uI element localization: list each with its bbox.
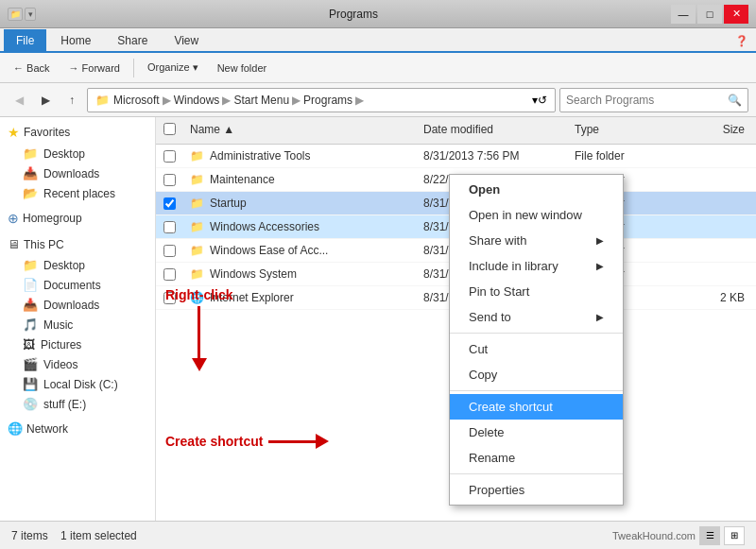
file-row-admin-tools[interactable]: 📁Administrative Tools 8/31/2013 7:56 PM …	[156, 145, 756, 168]
ctx-delete[interactable]: Delete	[450, 420, 623, 445]
folder-icon: 🎵	[23, 317, 38, 332]
sidebar-item-pc-desktop[interactable]: 📁 Desktop	[0, 255, 155, 275]
ctx-rename[interactable]: Rename	[450, 445, 623, 471]
tab-file[interactable]: File	[4, 29, 46, 51]
status-right: TweakHound.com ☰ ⊞	[612, 526, 745, 545]
ctx-include-library[interactable]: Include in library ▶	[450, 253, 623, 279]
ctx-share-with[interactable]: Share with ▶	[450, 228, 623, 253]
address-icon: 📁	[95, 94, 110, 107]
ctx-cut[interactable]: Cut	[450, 336, 623, 362]
header-size[interactable]: Size	[680, 121, 756, 140]
header-type[interactable]: Type	[567, 121, 680, 140]
row-date-1: 8/31/2013 7:56 PM	[416, 147, 567, 164]
tb-icon-2[interactable]: ▾	[25, 8, 36, 21]
address-crumb-startmenu: Start Menu	[233, 94, 289, 107]
sidebar-item-pictures[interactable]: 🖼 Pictures	[0, 335, 155, 354]
row-name-5: 📁Windows Ease of Acc...	[182, 242, 416, 259]
folder-icon: 📁	[23, 146, 38, 161]
row-size-6	[680, 272, 756, 276]
status-items: 7 items 1 item selected	[11, 529, 137, 542]
address-crumb-microsoft: Microsoft	[113, 94, 160, 107]
sidebar-header-favorites[interactable]: ★ Favorites	[0, 121, 155, 144]
sidebar-item-music[interactable]: 🎵 Music	[0, 315, 155, 335]
monitor-icon: 🖥	[8, 237, 20, 251]
arrow-icon: ▶	[596, 261, 604, 271]
sidebar-item-videos[interactable]: 🎬 Videos	[0, 354, 155, 374]
header-name[interactable]: Name ▲	[182, 121, 416, 140]
sidebar-thispc-label: This PC	[24, 238, 64, 251]
header-date[interactable]: Date modified	[416, 121, 567, 140]
sidebar-item-stuff[interactable]: 💿 stuff (E:)	[0, 394, 155, 414]
row-check-4	[156, 221, 182, 233]
row-size-4	[680, 225, 756, 229]
folder-icon: 📁	[23, 258, 38, 272]
forward-button[interactable]: → Forward	[63, 60, 126, 77]
quick-access-icon: 📁	[8, 8, 23, 21]
file-header: Name ▲ Date modified Type Size	[156, 117, 756, 145]
sidebar-pc-desktop-label: Desktop	[43, 259, 85, 272]
sidebar-recent-label: Recent places	[43, 187, 115, 200]
arrow-icon: ▶	[596, 312, 604, 322]
ctx-create-shortcut[interactable]: Create shortcut	[450, 394, 623, 420]
address-refresh-button[interactable]: ↺	[538, 94, 547, 107]
search-bar: 🔍	[559, 88, 748, 112]
nav-back-button[interactable]: ◀	[8, 89, 30, 112]
ctx-open-new-window[interactable]: Open in new window	[450, 202, 623, 228]
row-check-3	[156, 197, 182, 210]
address-crumb-programs: Programs	[303, 94, 352, 107]
sidebar-header-network[interactable]: 🌐 Network	[0, 418, 155, 439]
title-bar: 📁 ▾ Programs — □ ✕	[0, 0, 756, 28]
tab-view[interactable]: View	[162, 29, 211, 51]
sidebar-music-label: Music	[43, 318, 73, 332]
header-check	[156, 121, 182, 140]
ctx-properties[interactable]: Properties	[450, 477, 623, 503]
sidebar-header-homegroup[interactable]: ⊕ Homegroup	[0, 207, 155, 230]
maximize-button[interactable]: □	[697, 5, 722, 24]
sidebar: ★ Favorites 📁 Desktop 📥 Downloads 📂 Rece…	[0, 117, 156, 521]
help-icon[interactable]: ❓	[728, 31, 756, 51]
organize-button[interactable]: Organize ▾	[142, 59, 204, 77]
back-button[interactable]: ← Back	[8, 60, 56, 77]
attribution: TweakHound.com	[612, 530, 696, 541]
arrow-down-line	[198, 306, 200, 358]
homegroup-icon: ⊕	[8, 211, 19, 226]
file-list: Name ▲ Date modified Type Size 📁Administ…	[156, 117, 756, 521]
new-folder-button[interactable]: New folder	[212, 60, 273, 77]
status-bar: 7 items 1 item selected TweakHound.com ☰…	[0, 521, 756, 549]
folder-icon: 🖼	[23, 337, 35, 352]
tab-share[interactable]: Share	[105, 29, 160, 51]
search-input[interactable]	[566, 94, 728, 107]
sidebar-item-local-disk[interactable]: 💾 Local Disk (C:)	[0, 374, 155, 394]
tab-home[interactable]: Home	[48, 29, 103, 51]
sidebar-item-downloads[interactable]: 📥 Downloads	[0, 163, 155, 183]
ctx-send-to[interactable]: Send to ▶	[450, 304, 623, 330]
sidebar-desktop-label: Desktop	[43, 147, 85, 161]
nav-up-button[interactable]: ↑	[60, 89, 83, 112]
sidebar-downloads-label: Downloads	[43, 167, 99, 180]
sidebar-item-desktop[interactable]: 📁 Desktop	[0, 144, 155, 163]
ctx-copy[interactable]: Copy	[450, 362, 623, 387]
ctx-open[interactable]: Open	[450, 177, 623, 202]
view-list-button[interactable]: ☰	[699, 526, 720, 545]
view-grid-button[interactable]: ⊞	[724, 526, 745, 545]
sidebar-item-pc-downloads[interactable]: 📥 Downloads	[0, 295, 155, 315]
sep3: ▶	[292, 94, 301, 107]
minimize-button[interactable]: —	[671, 5, 696, 24]
folder-icon: 📁	[190, 267, 204, 281]
nav-forward-button[interactable]: ▶	[34, 89, 57, 112]
ctx-sep-2	[450, 390, 623, 391]
window-title: Programs	[36, 8, 671, 21]
sidebar-header-thispc[interactable]: 🖥 This PC	[0, 233, 155, 255]
sidebar-item-documents[interactable]: 📄 Documents	[0, 275, 155, 295]
sidebar-homegroup-label: Homegroup	[23, 212, 82, 225]
select-all-checkbox[interactable]	[163, 123, 176, 135]
row-check-5	[156, 245, 182, 257]
star-icon: ★	[8, 125, 20, 140]
address-bar[interactable]: 📁 Microsoft ▶ Windows ▶ Start Menu ▶ Pro…	[87, 88, 556, 112]
close-button[interactable]: ✕	[724, 5, 748, 24]
folder-icon: 📥	[23, 166, 38, 180]
row-size-3	[680, 201, 756, 205]
arrow-icon: ▶	[596, 235, 604, 246]
sidebar-item-recent[interactable]: 📂 Recent places	[0, 183, 155, 203]
ctx-pin-start[interactable]: Pin to Start	[450, 279, 623, 304]
